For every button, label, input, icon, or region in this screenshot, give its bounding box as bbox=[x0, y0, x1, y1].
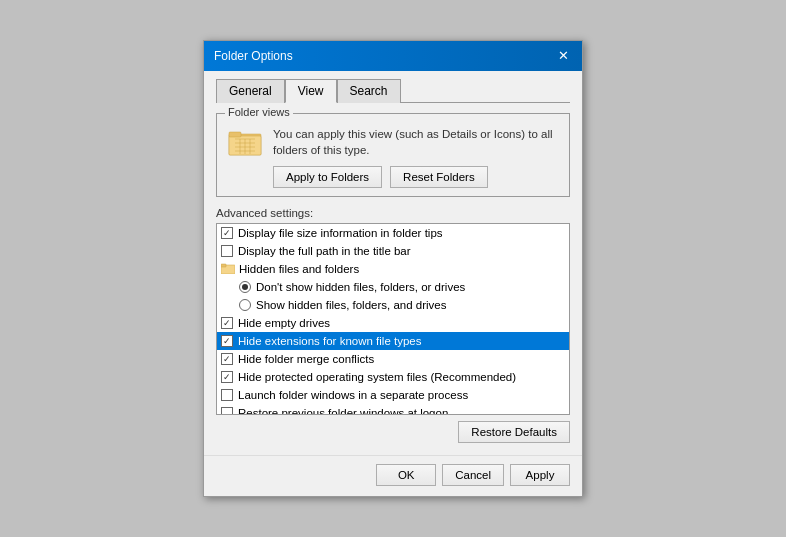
folder-views-legend: Folder views bbox=[225, 106, 293, 118]
list-item-label: Launch folder windows in a separate proc… bbox=[238, 389, 468, 401]
cancel-button[interactable]: Cancel bbox=[442, 464, 504, 486]
checkbox-hide-empty-drives[interactable] bbox=[221, 317, 233, 329]
restore-defaults-row: Restore Defaults bbox=[216, 421, 570, 443]
tab-view[interactable]: View bbox=[285, 79, 337, 103]
apply-to-folders-button[interactable]: Apply to Folders bbox=[273, 166, 382, 188]
list-item-label: Display file size information in folder … bbox=[238, 227, 443, 239]
list-item[interactable]: Show hidden files, folders, and drives bbox=[217, 296, 569, 314]
list-item-label: Don't show hidden files, folders, or dri… bbox=[256, 281, 465, 293]
advanced-settings-list[interactable]: Display file size information in folder … bbox=[216, 223, 570, 415]
list-item-label: Hide protected operating system files (R… bbox=[238, 371, 516, 383]
folder-views-content: You can apply this view (such as Details… bbox=[227, 126, 559, 188]
ok-button[interactable]: OK bbox=[376, 464, 436, 486]
svg-rect-11 bbox=[221, 264, 226, 267]
checkbox-launch-separate[interactable] bbox=[221, 389, 233, 401]
checkbox-hide-extensions[interactable] bbox=[221, 335, 233, 347]
dialog-content: General View Search Folder views bbox=[204, 71, 582, 455]
checkbox-restore-previous[interactable] bbox=[221, 407, 233, 415]
advanced-settings-label: Advanced settings: bbox=[216, 207, 570, 219]
dialog-title: Folder Options bbox=[214, 49, 293, 63]
list-item[interactable]: Display file size information in folder … bbox=[217, 224, 569, 242]
folder-views-body: You can apply this view (such as Details… bbox=[273, 126, 559, 188]
list-item[interactable]: Hidden files and folders bbox=[217, 260, 569, 278]
checkbox-hide-protected[interactable] bbox=[221, 371, 233, 383]
list-item[interactable]: Hide empty drives bbox=[217, 314, 569, 332]
apply-button[interactable]: Apply bbox=[510, 464, 570, 486]
list-item[interactable]: Don't show hidden files, folders, or dri… bbox=[217, 278, 569, 296]
folder-item-icon bbox=[221, 262, 235, 276]
tab-search[interactable]: Search bbox=[337, 79, 401, 103]
restore-defaults-button[interactable]: Restore Defaults bbox=[458, 421, 570, 443]
list-item-label: Display the full path in the title bar bbox=[238, 245, 411, 257]
checkbox-full-path[interactable] bbox=[221, 245, 233, 257]
list-item[interactable]: Launch folder windows in a separate proc… bbox=[217, 386, 569, 404]
reset-folders-button[interactable]: Reset Folders bbox=[390, 166, 488, 188]
checkbox-file-size-info[interactable] bbox=[221, 227, 233, 239]
checkbox-hide-folder-merge[interactable] bbox=[221, 353, 233, 365]
list-item[interactable]: Hide folder merge conflicts bbox=[217, 350, 569, 368]
radio-dont-show-hidden[interactable] bbox=[239, 281, 251, 293]
list-item-label: Show hidden files, folders, and drives bbox=[256, 299, 447, 311]
close-button[interactable]: ✕ bbox=[554, 47, 572, 65]
tab-bar: General View Search bbox=[216, 79, 570, 103]
list-item[interactable]: Hide protected operating system files (R… bbox=[217, 368, 569, 386]
list-item-label: Hide empty drives bbox=[238, 317, 330, 329]
dialog-footer: OK Cancel Apply bbox=[204, 455, 582, 496]
svg-rect-2 bbox=[229, 132, 241, 137]
list-item-label: Restore previous folder windows at logon bbox=[238, 407, 448, 415]
folder-options-dialog: Folder Options ✕ General View Search Fol… bbox=[203, 40, 583, 497]
title-bar: Folder Options ✕ bbox=[204, 41, 582, 71]
list-item[interactable]: Hide extensions for known file types bbox=[217, 332, 569, 350]
list-item[interactable]: Restore previous folder windows at logon bbox=[217, 404, 569, 415]
folder-views-description: You can apply this view (such as Details… bbox=[273, 126, 559, 158]
folder-views-section: Folder views bbox=[216, 113, 570, 197]
folder-views-buttons: Apply to Folders Reset Folders bbox=[273, 166, 559, 188]
list-item-label: Hide extensions for known file types bbox=[238, 335, 421, 347]
list-item-label: Hide folder merge conflicts bbox=[238, 353, 374, 365]
list-item-label: Hidden files and folders bbox=[239, 263, 359, 275]
folder-icon bbox=[227, 126, 263, 158]
radio-show-hidden[interactable] bbox=[239, 299, 251, 311]
tab-general[interactable]: General bbox=[216, 79, 285, 103]
list-item[interactable]: Display the full path in the title bar bbox=[217, 242, 569, 260]
title-bar-buttons: ✕ bbox=[554, 47, 572, 65]
